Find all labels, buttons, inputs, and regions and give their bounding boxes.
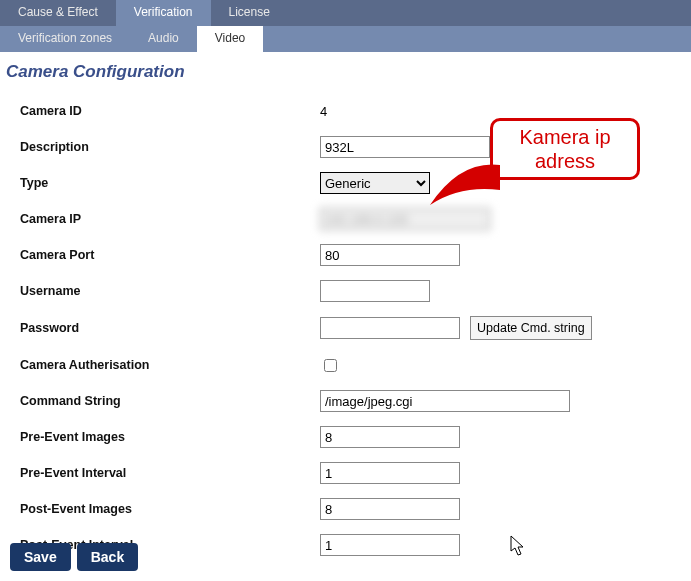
label-camera-auth: Camera Autherisation xyxy=(20,358,320,372)
update-cmd-button[interactable]: Update Cmd. string xyxy=(470,316,592,340)
save-button[interactable]: Save xyxy=(10,543,71,571)
value-camera-id: 4 xyxy=(320,104,327,119)
label-command-string: Command String xyxy=(20,394,320,408)
tabs-primary: Cause & Effect Verification License xyxy=(0,0,691,26)
label-password: Password xyxy=(20,321,320,335)
select-type[interactable]: Generic xyxy=(320,172,430,194)
callout-box: Kamera ip adress xyxy=(490,118,640,180)
back-button[interactable]: Back xyxy=(77,543,138,571)
label-type: Type xyxy=(20,176,320,190)
label-username: Username xyxy=(20,284,320,298)
input-command-string[interactable] xyxy=(320,390,570,412)
input-camera-port[interactable] xyxy=(320,244,460,266)
bottom-buttons: Save Back xyxy=(10,543,138,571)
input-post-event-images[interactable] xyxy=(320,498,460,520)
tabs-secondary: Verification zones Audio Video xyxy=(0,26,691,52)
input-pre-event-interval[interactable] xyxy=(320,462,460,484)
tab-license[interactable]: License xyxy=(211,0,288,26)
label-pre-event-interval: Pre-Event Interval xyxy=(20,466,320,480)
tab-video[interactable]: Video xyxy=(197,26,263,52)
label-camera-ip: Camera IP xyxy=(20,212,320,226)
tabs-secondary-filler xyxy=(263,26,691,52)
tab-verification[interactable]: Verification xyxy=(116,0,211,26)
label-post-event-images: Post-Event Images xyxy=(20,502,320,516)
input-post-event-interval[interactable] xyxy=(320,534,460,556)
label-camera-id: Camera ID xyxy=(20,104,320,118)
tab-audio[interactable]: Audio xyxy=(130,26,197,52)
input-pre-event-images[interactable] xyxy=(320,426,460,448)
tabs-primary-filler xyxy=(288,0,691,26)
input-camera-ip[interactable] xyxy=(320,208,490,230)
checkbox-camera-auth[interactable] xyxy=(324,359,337,372)
tab-cause-effect[interactable]: Cause & Effect xyxy=(0,0,116,26)
tab-verification-zones[interactable]: Verification zones xyxy=(0,26,130,52)
label-camera-port: Camera Port xyxy=(20,248,320,262)
input-password[interactable] xyxy=(320,317,460,339)
input-username[interactable] xyxy=(320,280,430,302)
label-description: Description xyxy=(20,140,320,154)
label-pre-event-images: Pre-Event Images xyxy=(20,430,320,444)
page-title: Camera Configuration xyxy=(6,62,691,82)
input-description[interactable] xyxy=(320,136,490,158)
